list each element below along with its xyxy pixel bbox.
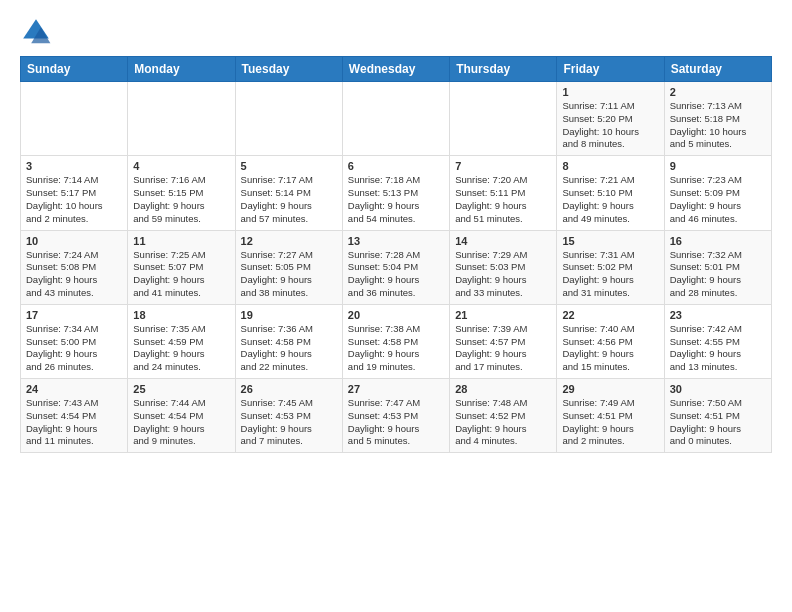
- calendar-day-cell: 20Sunrise: 7:38 AM Sunset: 4:58 PM Dayli…: [342, 304, 449, 378]
- day-info: Sunrise: 7:18 AM Sunset: 5:13 PM Dayligh…: [348, 174, 444, 225]
- day-info: Sunrise: 7:39 AM Sunset: 4:57 PM Dayligh…: [455, 323, 551, 374]
- day-number: 7: [455, 160, 551, 172]
- day-number: 5: [241, 160, 337, 172]
- day-number: 13: [348, 235, 444, 247]
- calendar-week-row: 3Sunrise: 7:14 AM Sunset: 5:17 PM Daylig…: [21, 156, 772, 230]
- calendar-day-cell: 21Sunrise: 7:39 AM Sunset: 4:57 PM Dayli…: [450, 304, 557, 378]
- day-number: 1: [562, 86, 658, 98]
- calendar-header-sunday: Sunday: [21, 57, 128, 82]
- calendar-header-thursday: Thursday: [450, 57, 557, 82]
- calendar-header-row: SundayMondayTuesdayWednesdayThursdayFrid…: [21, 57, 772, 82]
- day-number: 8: [562, 160, 658, 172]
- calendar-header-friday: Friday: [557, 57, 664, 82]
- day-info: Sunrise: 7:32 AM Sunset: 5:01 PM Dayligh…: [670, 249, 766, 300]
- day-info: Sunrise: 7:42 AM Sunset: 4:55 PM Dayligh…: [670, 323, 766, 374]
- calendar-header-wednesday: Wednesday: [342, 57, 449, 82]
- calendar-header-saturday: Saturday: [664, 57, 771, 82]
- calendar-day-cell: 25Sunrise: 7:44 AM Sunset: 4:54 PM Dayli…: [128, 379, 235, 453]
- calendar-day-cell: 29Sunrise: 7:49 AM Sunset: 4:51 PM Dayli…: [557, 379, 664, 453]
- day-info: Sunrise: 7:23 AM Sunset: 5:09 PM Dayligh…: [670, 174, 766, 225]
- calendar-day-cell: 15Sunrise: 7:31 AM Sunset: 5:02 PM Dayli…: [557, 230, 664, 304]
- calendar-week-row: 24Sunrise: 7:43 AM Sunset: 4:54 PM Dayli…: [21, 379, 772, 453]
- day-info: Sunrise: 7:27 AM Sunset: 5:05 PM Dayligh…: [241, 249, 337, 300]
- calendar-header-tuesday: Tuesday: [235, 57, 342, 82]
- day-info: Sunrise: 7:45 AM Sunset: 4:53 PM Dayligh…: [241, 397, 337, 448]
- day-info: Sunrise: 7:35 AM Sunset: 4:59 PM Dayligh…: [133, 323, 229, 374]
- day-number: 22: [562, 309, 658, 321]
- day-number: 12: [241, 235, 337, 247]
- day-info: Sunrise: 7:24 AM Sunset: 5:08 PM Dayligh…: [26, 249, 122, 300]
- calendar-day-cell: 22Sunrise: 7:40 AM Sunset: 4:56 PM Dayli…: [557, 304, 664, 378]
- calendar-day-cell: 17Sunrise: 7:34 AM Sunset: 5:00 PM Dayli…: [21, 304, 128, 378]
- day-info: Sunrise: 7:47 AM Sunset: 4:53 PM Dayligh…: [348, 397, 444, 448]
- day-info: Sunrise: 7:34 AM Sunset: 5:00 PM Dayligh…: [26, 323, 122, 374]
- logo-icon: [20, 16, 52, 48]
- calendar-day-cell: 2Sunrise: 7:13 AM Sunset: 5:18 PM Daylig…: [664, 82, 771, 156]
- calendar-day-cell: 3Sunrise: 7:14 AM Sunset: 5:17 PM Daylig…: [21, 156, 128, 230]
- day-number: 6: [348, 160, 444, 172]
- day-info: Sunrise: 7:29 AM Sunset: 5:03 PM Dayligh…: [455, 249, 551, 300]
- calendar-day-cell: [342, 82, 449, 156]
- day-info: Sunrise: 7:14 AM Sunset: 5:17 PM Dayligh…: [26, 174, 122, 225]
- calendar-day-cell: 6Sunrise: 7:18 AM Sunset: 5:13 PM Daylig…: [342, 156, 449, 230]
- calendar-week-row: 17Sunrise: 7:34 AM Sunset: 5:00 PM Dayli…: [21, 304, 772, 378]
- day-number: 19: [241, 309, 337, 321]
- calendar-day-cell: [450, 82, 557, 156]
- calendar-day-cell: 14Sunrise: 7:29 AM Sunset: 5:03 PM Dayli…: [450, 230, 557, 304]
- day-number: 14: [455, 235, 551, 247]
- calendar-day-cell: 5Sunrise: 7:17 AM Sunset: 5:14 PM Daylig…: [235, 156, 342, 230]
- calendar-day-cell: 18Sunrise: 7:35 AM Sunset: 4:59 PM Dayli…: [128, 304, 235, 378]
- day-info: Sunrise: 7:28 AM Sunset: 5:04 PM Dayligh…: [348, 249, 444, 300]
- calendar-day-cell: 13Sunrise: 7:28 AM Sunset: 5:04 PM Dayli…: [342, 230, 449, 304]
- day-info: Sunrise: 7:44 AM Sunset: 4:54 PM Dayligh…: [133, 397, 229, 448]
- day-info: Sunrise: 7:25 AM Sunset: 5:07 PM Dayligh…: [133, 249, 229, 300]
- header: [20, 16, 772, 48]
- day-number: 26: [241, 383, 337, 395]
- day-number: 23: [670, 309, 766, 321]
- day-number: 16: [670, 235, 766, 247]
- day-info: Sunrise: 7:17 AM Sunset: 5:14 PM Dayligh…: [241, 174, 337, 225]
- calendar-day-cell: 8Sunrise: 7:21 AM Sunset: 5:10 PM Daylig…: [557, 156, 664, 230]
- day-number: 30: [670, 383, 766, 395]
- calendar-day-cell: 28Sunrise: 7:48 AM Sunset: 4:52 PM Dayli…: [450, 379, 557, 453]
- calendar-day-cell: 19Sunrise: 7:36 AM Sunset: 4:58 PM Dayli…: [235, 304, 342, 378]
- calendar-day-cell: 9Sunrise: 7:23 AM Sunset: 5:09 PM Daylig…: [664, 156, 771, 230]
- day-number: 11: [133, 235, 229, 247]
- day-number: 15: [562, 235, 658, 247]
- calendar-table: SundayMondayTuesdayWednesdayThursdayFrid…: [20, 56, 772, 453]
- day-info: Sunrise: 7:21 AM Sunset: 5:10 PM Dayligh…: [562, 174, 658, 225]
- day-number: 21: [455, 309, 551, 321]
- day-number: 20: [348, 309, 444, 321]
- day-info: Sunrise: 7:50 AM Sunset: 4:51 PM Dayligh…: [670, 397, 766, 448]
- calendar-day-cell: 30Sunrise: 7:50 AM Sunset: 4:51 PM Dayli…: [664, 379, 771, 453]
- day-number: 3: [26, 160, 122, 172]
- calendar-day-cell: 26Sunrise: 7:45 AM Sunset: 4:53 PM Dayli…: [235, 379, 342, 453]
- day-number: 10: [26, 235, 122, 247]
- calendar-day-cell: 11Sunrise: 7:25 AM Sunset: 5:07 PM Dayli…: [128, 230, 235, 304]
- day-info: Sunrise: 7:49 AM Sunset: 4:51 PM Dayligh…: [562, 397, 658, 448]
- calendar-day-cell: 10Sunrise: 7:24 AM Sunset: 5:08 PM Dayli…: [21, 230, 128, 304]
- calendar-day-cell: 7Sunrise: 7:20 AM Sunset: 5:11 PM Daylig…: [450, 156, 557, 230]
- day-info: Sunrise: 7:11 AM Sunset: 5:20 PM Dayligh…: [562, 100, 658, 151]
- calendar-day-cell: [235, 82, 342, 156]
- calendar-day-cell: [21, 82, 128, 156]
- calendar-week-row: 10Sunrise: 7:24 AM Sunset: 5:08 PM Dayli…: [21, 230, 772, 304]
- day-number: 27: [348, 383, 444, 395]
- day-number: 2: [670, 86, 766, 98]
- calendar-day-cell: 12Sunrise: 7:27 AM Sunset: 5:05 PM Dayli…: [235, 230, 342, 304]
- day-info: Sunrise: 7:43 AM Sunset: 4:54 PM Dayligh…: [26, 397, 122, 448]
- day-info: Sunrise: 7:16 AM Sunset: 5:15 PM Dayligh…: [133, 174, 229, 225]
- calendar-day-cell: 16Sunrise: 7:32 AM Sunset: 5:01 PM Dayli…: [664, 230, 771, 304]
- day-number: 24: [26, 383, 122, 395]
- day-info: Sunrise: 7:38 AM Sunset: 4:58 PM Dayligh…: [348, 323, 444, 374]
- day-number: 25: [133, 383, 229, 395]
- day-info: Sunrise: 7:31 AM Sunset: 5:02 PM Dayligh…: [562, 249, 658, 300]
- day-info: Sunrise: 7:40 AM Sunset: 4:56 PM Dayligh…: [562, 323, 658, 374]
- day-number: 29: [562, 383, 658, 395]
- logo: [20, 16, 56, 48]
- calendar-day-cell: 1Sunrise: 7:11 AM Sunset: 5:20 PM Daylig…: [557, 82, 664, 156]
- calendar-day-cell: 23Sunrise: 7:42 AM Sunset: 4:55 PM Dayli…: [664, 304, 771, 378]
- calendar-day-cell: 4Sunrise: 7:16 AM Sunset: 5:15 PM Daylig…: [128, 156, 235, 230]
- day-number: 18: [133, 309, 229, 321]
- day-number: 9: [670, 160, 766, 172]
